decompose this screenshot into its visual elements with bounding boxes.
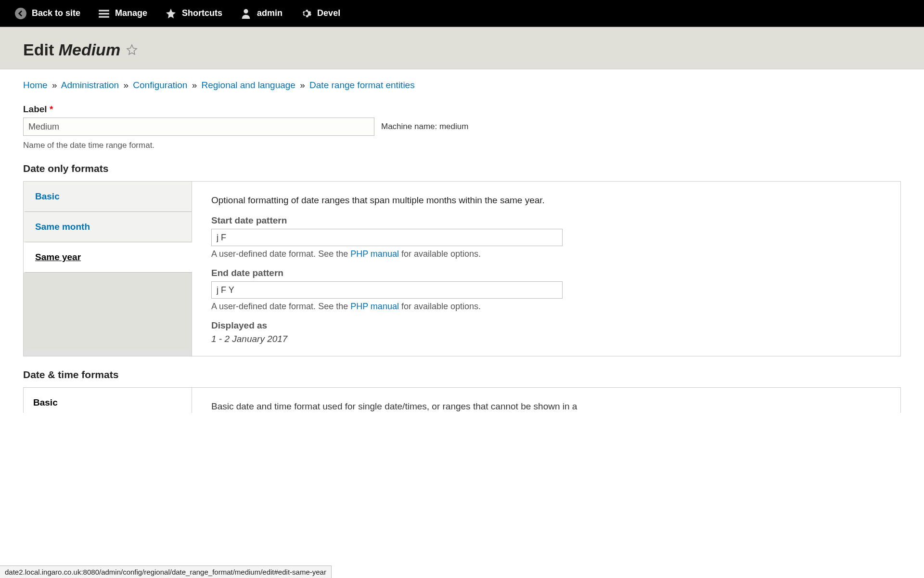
end-pattern-label: End date pattern bbox=[211, 268, 881, 278]
hamburger-icon bbox=[98, 7, 110, 20]
breadcrumb-regional[interactable]: Regional and language bbox=[201, 80, 295, 90]
breadcrumb-home[interactable]: Home bbox=[23, 80, 48, 90]
back-to-site-link[interactable]: Back to site bbox=[6, 0, 89, 26]
back-to-site-label: Back to site bbox=[32, 8, 80, 18]
page-title: Edit Medium bbox=[23, 40, 901, 59]
php-manual-link[interactable]: PHP manual bbox=[350, 249, 399, 259]
page-header: Edit Medium bbox=[0, 27, 924, 69]
breadcrumb: Home » Administration » Configuration » … bbox=[23, 80, 901, 91]
svg-point-0 bbox=[15, 8, 26, 19]
vtab-spacer bbox=[24, 273, 192, 350]
tab-same-month[interactable]: Same month bbox=[24, 212, 192, 242]
breadcrumb-config[interactable]: Configuration bbox=[133, 80, 187, 90]
date-time-desc: Basic date and time format used for sing… bbox=[192, 388, 900, 413]
svg-rect-2 bbox=[99, 13, 109, 14]
php-manual-link-2[interactable]: PHP manual bbox=[350, 302, 399, 311]
shortcuts-link[interactable]: Shortcuts bbox=[156, 0, 231, 26]
user-icon bbox=[240, 7, 252, 20]
vtabs-menu: Basic Same month Same year bbox=[24, 182, 192, 356]
tab-basic-2[interactable]: Basic bbox=[24, 388, 192, 413]
main-content: Home » Administration » Configuration » … bbox=[0, 69, 924, 427]
user-label: admin bbox=[257, 8, 282, 18]
manage-label: Manage bbox=[115, 8, 147, 18]
displayed-as-label: Displayed as bbox=[211, 320, 881, 331]
breadcrumb-date-range[interactable]: Date range format entities bbox=[309, 80, 415, 90]
machine-name-text: Machine name: medium bbox=[381, 122, 468, 131]
date-only-heading: Date only formats bbox=[23, 163, 901, 174]
tab-description: Optional formatting of date ranges that … bbox=[211, 195, 881, 206]
user-link[interactable]: admin bbox=[231, 0, 291, 26]
start-pattern-help: A user-defined date format. See the PHP … bbox=[211, 249, 881, 259]
label-field-label: Label * bbox=[23, 104, 901, 115]
breadcrumb-admin[interactable]: Administration bbox=[61, 80, 119, 90]
start-pattern-label: Start date pattern bbox=[211, 215, 881, 226]
displayed-as-value: 1 - 2 January 2017 bbox=[211, 334, 881, 344]
tab-same-year[interactable]: Same year bbox=[24, 242, 192, 273]
end-pattern-help: A user-defined date format. See the PHP … bbox=[211, 302, 881, 312]
svg-rect-3 bbox=[99, 16, 109, 17]
back-arrow-icon bbox=[14, 7, 27, 20]
shortcuts-label: Shortcuts bbox=[182, 8, 222, 18]
gear-icon bbox=[300, 7, 312, 20]
svg-rect-1 bbox=[99, 10, 109, 11]
devel-link[interactable]: Devel bbox=[291, 0, 349, 26]
svg-point-4 bbox=[244, 9, 248, 13]
label-field-wrapper: Label * Machine name: medium Name of the… bbox=[23, 104, 901, 150]
start-pattern-input[interactable] bbox=[211, 229, 563, 246]
devel-label: Devel bbox=[317, 8, 340, 18]
label-input[interactable] bbox=[23, 118, 374, 136]
vtabs-content: Optional formatting of date ranges that … bbox=[192, 182, 900, 356]
end-pattern-input[interactable] bbox=[211, 281, 563, 299]
star-icon bbox=[165, 7, 177, 20]
label-description: Name of the date time range format. bbox=[23, 141, 901, 150]
manage-link[interactable]: Manage bbox=[89, 0, 156, 26]
star-outline-icon[interactable] bbox=[126, 40, 138, 59]
date-only-tabs: Basic Same month Same year Optional form… bbox=[23, 181, 901, 356]
date-time-heading: Date & time formats bbox=[23, 369, 901, 381]
date-time-tabs: Basic Basic date and time format used fo… bbox=[23, 387, 901, 413]
admin-toolbar: Back to site Manage Shortcuts admin Deve… bbox=[0, 0, 924, 27]
tab-basic[interactable]: Basic bbox=[24, 182, 192, 212]
